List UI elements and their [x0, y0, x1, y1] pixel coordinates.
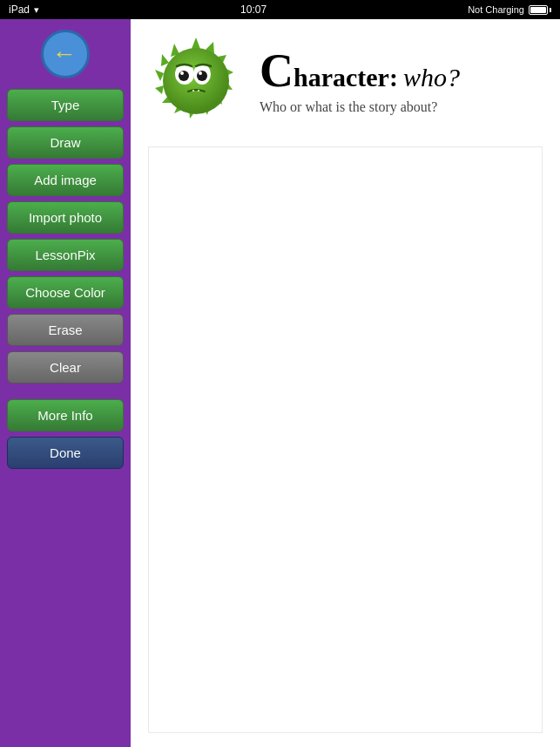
- battery-icon: [529, 5, 551, 15]
- svg-point-17: [179, 71, 189, 81]
- main-layout: ← Type Draw Add image Import photo Lesso…: [0, 19, 560, 747]
- back-button[interactable]: ←: [41, 30, 90, 78]
- clear-button[interactable]: Clear: [7, 351, 124, 384]
- svg-marker-10: [155, 85, 164, 94]
- sidebar: ← Type Draw Add image Import photo Lesso…: [0, 19, 131, 747]
- title-line: C haracter: who?: [260, 47, 543, 94]
- content-header: C haracter: who? Who or what is the stor…: [148, 33, 543, 129]
- wifi-icon: ▾: [34, 4, 39, 16]
- ipad-label: iPad: [9, 3, 30, 16]
- title-who: who?: [403, 63, 460, 92]
- svg-point-18: [197, 71, 207, 81]
- drawing-canvas[interactable]: [148, 146, 543, 733]
- not-charging-label: Not Charging: [468, 4, 524, 15]
- status-bar: iPad ▾ 10:07 Not Charging: [0, 0, 560, 19]
- type-button[interactable]: Type: [7, 89, 124, 121]
- done-button[interactable]: Done: [7, 437, 124, 469]
- draw-button[interactable]: Draw: [7, 126, 124, 159]
- import-photo-button[interactable]: Import photo: [7, 201, 124, 234]
- status-left: iPad ▾: [9, 3, 39, 16]
- status-time: 10:07: [240, 3, 267, 16]
- back-arrow-icon: ←: [52, 42, 77, 66]
- choose-color-button[interactable]: Choose Color: [7, 276, 124, 309]
- svg-point-20: [199, 71, 202, 75]
- content-area: C haracter: who? Who or what is the stor…: [131, 19, 560, 747]
- svg-marker-0: [192, 37, 200, 49]
- title-block: C haracter: who? Who or what is the stor…: [260, 47, 543, 115]
- add-image-button[interactable]: Add image: [7, 164, 124, 196]
- status-right: Not Charging: [468, 4, 551, 15]
- svg-point-19: [180, 71, 184, 75]
- erase-button[interactable]: Erase: [7, 314, 124, 346]
- character-illustration: [148, 33, 244, 129]
- title-big-letter: C: [260, 47, 293, 94]
- subtitle: Who or what is the story about?: [260, 99, 543, 115]
- svg-marker-11: [155, 70, 164, 81]
- lesson-pix-button[interactable]: LessonPix: [7, 239, 124, 271]
- title-rest: haracter:: [293, 63, 398, 92]
- more-info-button[interactable]: More Info: [7, 399, 124, 431]
